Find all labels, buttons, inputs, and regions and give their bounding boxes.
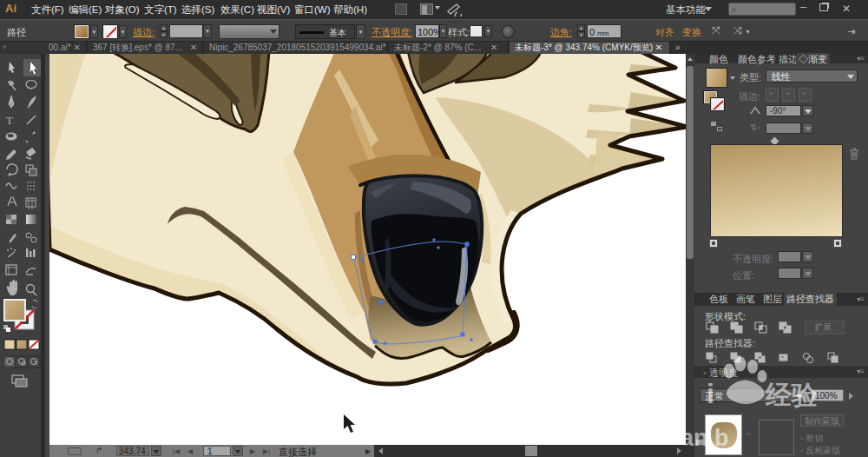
- svg-text:扩展: 扩展: [814, 322, 832, 332]
- svg-text:T: T: [6, 114, 13, 127]
